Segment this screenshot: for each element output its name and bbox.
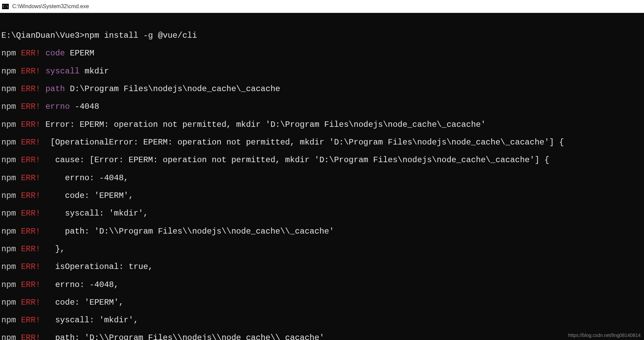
syscall-value: mkdir xyxy=(85,67,109,76)
output-line: npm ERR! errno -4048 xyxy=(1,102,643,111)
prompt-line: E:\QianDuan\Vue3>npm install -g @vue/cli xyxy=(1,31,643,40)
output-line: npm ERR! errno: -4048, xyxy=(1,280,643,289)
output-line: npm ERR! }, xyxy=(1,245,643,254)
error-text: errno: -4048, xyxy=(46,280,119,289)
terminal-output[interactable]: E:\QianDuan\Vue3>npm install -g @vue/cli… xyxy=(0,13,644,340)
error-text: Error: EPERM: operation not permitted, m… xyxy=(46,120,486,129)
output-line: npm ERR! code: 'EPERM', xyxy=(1,191,643,200)
err-label: ERR! xyxy=(21,49,41,58)
npm-label: npm xyxy=(1,49,16,58)
error-text: path: 'D:\\Program Files\\nodejs\\node_c… xyxy=(46,333,324,340)
syscall-key: syscall xyxy=(46,67,80,76)
path-value: D:\Program Files\nodejs\node_cache\_caca… xyxy=(70,84,280,94)
error-text: cause: [Error: EPERM: operation not perm… xyxy=(46,155,549,165)
output-line: npm ERR! code EPERM xyxy=(1,49,643,58)
error-text: syscall: 'mkdir', xyxy=(46,209,148,218)
output-line: npm ERR! errno: -4048, xyxy=(1,174,643,183)
errno-key: errno xyxy=(46,102,70,111)
output-line: npm ERR! [OperationalError: EPERM: opera… xyxy=(1,138,643,147)
error-text: path: 'D:\\Program Files\\nodejs\\node_c… xyxy=(46,227,334,236)
watermark-text: https://blog.csdn.net/ling08140814 xyxy=(568,333,641,338)
cmd-icon: C:\ xyxy=(1,3,10,10)
output-line: npm ERR! cause: [Error: EPERM: operation… xyxy=(1,156,643,165)
window-title: C:\Windows\System32\cmd.exe xyxy=(12,3,89,10)
output-line: npm ERR! path: 'D:\\Program Files\\nodej… xyxy=(1,334,643,340)
output-line: npm ERR! path D:\Program Files\nodejs\no… xyxy=(1,85,643,94)
error-text: errno: -4048, xyxy=(46,173,129,183)
output-line: npm ERR! isOperational: true, xyxy=(1,262,643,271)
error-text: code: 'EPERM', xyxy=(46,298,124,307)
error-text: [OperationalError: EPERM: operation not … xyxy=(46,138,564,147)
svg-text:C:\: C:\ xyxy=(3,5,8,8)
errno-value: -4048 xyxy=(75,102,99,111)
prompt-path: E:\QianDuan\Vue3> xyxy=(1,31,85,40)
output-line: npm ERR! path: 'D:\\Program Files\\nodej… xyxy=(1,227,643,236)
window-title-bar: C:\ C:\Windows\System32\cmd.exe xyxy=(0,0,644,13)
path-key: path xyxy=(46,84,65,94)
error-text: isOperational: true, xyxy=(46,262,153,271)
output-line: npm ERR! code: 'EPERM', xyxy=(1,298,643,307)
error-text: code: 'EPERM', xyxy=(46,191,133,200)
code-value: EPERM xyxy=(70,49,94,58)
error-text: syscall: 'mkdir', xyxy=(46,316,139,325)
output-line: npm ERR! syscall: 'mkdir', xyxy=(1,209,643,218)
output-line: npm ERR! syscall: 'mkdir', xyxy=(1,316,643,325)
code-key: code xyxy=(46,49,65,58)
command-text: npm install -g @vue/cli xyxy=(85,31,197,40)
output-line: npm ERR! Error: EPERM: operation not per… xyxy=(1,120,643,129)
error-text: }, xyxy=(46,244,65,254)
output-line: npm ERR! syscall mkdir xyxy=(1,67,643,76)
